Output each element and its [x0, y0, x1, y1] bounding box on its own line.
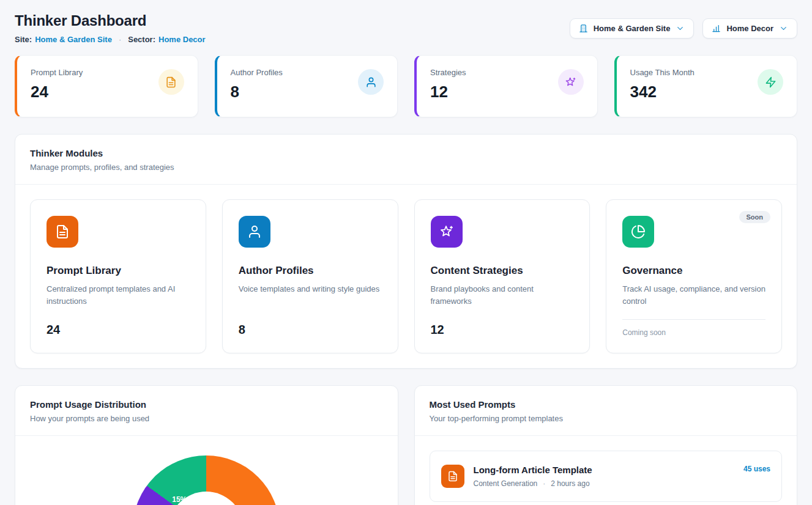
bottom-row: Prompt Usage Distribution How your promp… [15, 385, 797, 505]
most-used-title: Most Used Prompts [430, 399, 783, 410]
site-label: Site: [15, 35, 32, 44]
chevron-down-icon [779, 24, 788, 33]
site-selector-label: Home & Garden Site [594, 24, 671, 33]
meta-separator: · [543, 479, 545, 488]
soon-badge: Soon [739, 211, 771, 223]
module-count: 8 [239, 323, 382, 337]
donut [133, 455, 280, 505]
stat-value: 342 [630, 83, 695, 101]
header-left: Thinker Dashboard Site: Home & Garden Si… [15, 12, 206, 44]
prompt-usage-panel: Prompt Usage Distribution How your promp… [15, 385, 398, 505]
coming-soon-label: Coming soon [622, 328, 765, 337]
module-card-content-strategies[interactable]: Content Strategies Brand playbooks and c… [414, 199, 590, 353]
module-count: 24 [47, 323, 190, 337]
user-icon [239, 216, 270, 248]
stat-card-prompt-library: Prompt Library 24 [15, 55, 198, 117]
module-description: Centralized prompt templates and AI inst… [47, 283, 190, 308]
module-count: 12 [431, 323, 574, 337]
most-used-panel: Most Used Prompts Your top-performing pr… [414, 385, 798, 505]
sector-link[interactable]: Home Decor [158, 35, 206, 44]
page-header: Thinker Dashboard Site: Home & Garden Si… [15, 12, 797, 44]
prompt-text: Long-form Article Template Content Gener… [474, 465, 592, 488]
sector-label: Sector: [128, 35, 155, 44]
module-title: Prompt Library [47, 265, 190, 277]
modules-panel-subtitle: Manage prompts, profiles, and strategies [30, 163, 782, 172]
module-title: Content Strategies [431, 265, 574, 277]
dashboard-page: Thinker Dashboard Site: Home & Garden Si… [0, 0, 812, 505]
page-title: Thinker Dashboard [15, 12, 206, 29]
stat-label: Prompt Library [31, 68, 83, 77]
prompt-list-item[interactable]: Long-form Article Template Content Gener… [430, 451, 783, 502]
module-footer: Coming soon [622, 319, 765, 337]
bar-chart-icon [712, 24, 721, 33]
document-icon [158, 69, 184, 95]
prompt-uses-count: 45 uses [743, 465, 770, 473]
prompt-category: Content Generation [474, 479, 538, 488]
stat-card-strategies: Strategies 12 [414, 55, 598, 117]
module-description: Brand playbooks and content frameworks [431, 283, 574, 308]
stat-card-usage: Usage This Month 342 [614, 55, 798, 117]
stat-info: Strategies 12 [430, 68, 466, 101]
stat-value: 24 [31, 83, 83, 101]
prompt-list: Long-form Article Template Content Gener… [415, 436, 797, 505]
document-icon [47, 216, 78, 248]
stat-info: Prompt Library 24 [31, 68, 83, 101]
site-sector-meta: Site: Home & Garden Site · Sector: Home … [15, 35, 206, 44]
modules-panel-title: Thinker Modules [30, 148, 782, 158]
prompt-time: 2 hours ago [551, 479, 589, 488]
module-card-author-profiles[interactable]: Author Profiles Voice templates and writ… [222, 199, 398, 353]
chevron-down-icon [676, 24, 685, 33]
prompt-title: Long-form Article Template [474, 465, 592, 475]
header-actions: Home & Garden Site Home Decor [570, 18, 797, 39]
site-link[interactable]: Home & Garden Site [35, 35, 112, 44]
meta-separator: · [119, 35, 121, 44]
usage-panel-header: Prompt Usage Distribution How your promp… [15, 386, 398, 435]
stat-label: Usage This Month [630, 68, 695, 77]
sector-selector-label: Home Decor [726, 24, 773, 33]
prompt-meta: Content Generation · 2 hours ago [474, 479, 592, 488]
usage-panel-subtitle: How your prompts are being used [30, 414, 383, 423]
user-icon [358, 69, 384, 95]
usage-donut-chart: 15% [15, 455, 398, 505]
stat-value: 8 [231, 83, 283, 101]
most-used-subtitle: Your top-performing prompt templates [430, 414, 783, 423]
lightning-icon [758, 69, 783, 95]
divider [622, 319, 765, 320]
thinker-modules-panel: Thinker Modules Manage prompts, profiles… [15, 134, 797, 369]
modules-panel-header: Thinker Modules Manage prompts, profiles… [15, 135, 797, 184]
modules-grid: Prompt Library Centralized prompt templa… [15, 185, 797, 368]
stat-label: Strategies [430, 68, 466, 77]
module-title: Author Profiles [239, 265, 382, 277]
sector-selector-dropdown[interactable]: Home Decor [702, 18, 797, 39]
stat-card-author-profiles: Author Profiles 8 [215, 55, 398, 117]
sparkle-star-icon [431, 216, 463, 248]
stat-info: Author Profiles 8 [231, 68, 283, 101]
site-selector-dropdown[interactable]: Home & Garden Site [570, 18, 695, 39]
sparkle-star-icon [558, 69, 584, 95]
usage-panel-title: Prompt Usage Distribution [30, 399, 383, 410]
module-title: Governance [622, 265, 765, 277]
divider [15, 435, 398, 436]
module-card-governance[interactable]: Soon Governance Track AI usage, complian… [606, 199, 782, 353]
stats-row: Prompt Library 24 Author Profiles 8 Stra… [15, 55, 797, 117]
stat-info: Usage This Month 342 [630, 68, 695, 101]
stat-value: 12 [430, 83, 466, 101]
donut-segment-label: 15% [172, 495, 187, 504]
building-icon [579, 24, 588, 33]
most-used-header: Most Used Prompts Your top-performing pr… [415, 386, 797, 435]
stat-label: Author Profiles [231, 68, 283, 77]
module-card-prompt-library[interactable]: Prompt Library Centralized prompt templa… [30, 199, 206, 353]
module-description: Voice templates and writing style guides [239, 283, 382, 295]
document-icon [441, 465, 464, 488]
pie-chart-icon [622, 216, 654, 248]
module-description: Track AI usage, compliance, and version … [622, 283, 765, 308]
